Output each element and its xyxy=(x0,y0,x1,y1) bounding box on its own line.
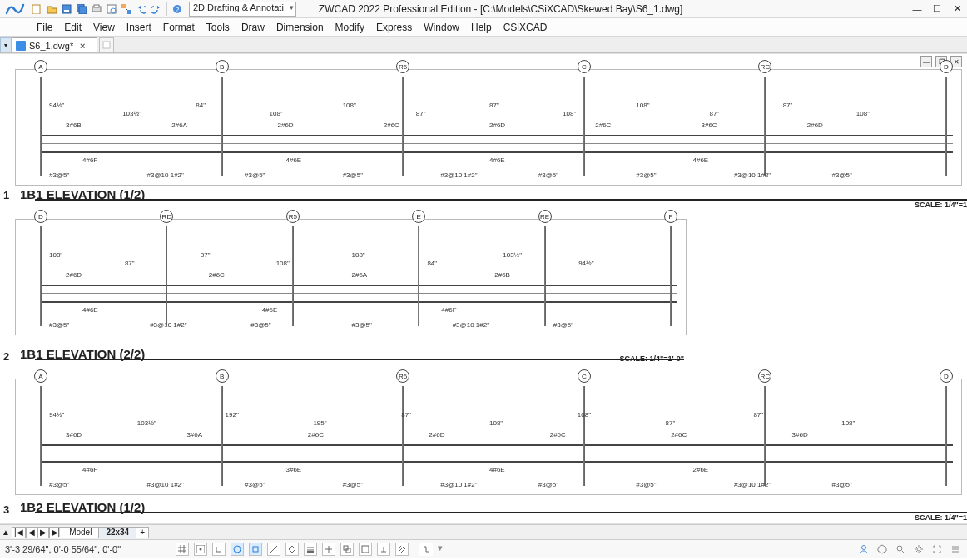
menu-edit[interactable]: Edit xyxy=(64,22,82,33)
elevation-panel-3: ABR6CRCD94½"103½"192"195"87"108"108"87"8… xyxy=(15,379,962,495)
dim-label: 94½" xyxy=(49,102,64,109)
menu-csixcad[interactable]: CSiXCAD xyxy=(503,22,548,33)
dropdown-icon[interactable]: ▾ xyxy=(438,543,443,556)
layout-add-icon[interactable]: + xyxy=(136,527,149,538)
section-spacing: #3@10 1#2" xyxy=(150,321,186,329)
lwt-toggle-icon[interactable] xyxy=(304,543,317,556)
grid-bubble: D xyxy=(940,369,953,383)
plot-icon[interactable] xyxy=(90,2,103,16)
dim-label: 87" xyxy=(710,110,720,117)
drawing-area[interactable]: — ❐ ✕ ABR6CRCD94½"103½"84"108"108"87"87"… xyxy=(0,53,967,524)
layout-nav-next[interactable]: ▶ xyxy=(37,527,49,538)
grid-bubble: B xyxy=(216,369,229,383)
polar-toggle-icon[interactable] xyxy=(231,543,244,556)
panel-index: 1 xyxy=(3,189,9,201)
otrack-toggle-icon[interactable] xyxy=(267,543,280,556)
save-icon[interactable] xyxy=(60,2,73,16)
menu-file[interactable]: File xyxy=(37,22,52,33)
match-prop-icon[interactable] xyxy=(120,2,133,16)
new-tab-icon[interactable] xyxy=(99,37,114,52)
gridline xyxy=(402,386,404,486)
tab-pin-icon[interactable]: ▾ xyxy=(0,37,12,52)
grid-bubble: RD xyxy=(160,210,173,223)
svg-point-21 xyxy=(862,545,866,549)
svg-point-16 xyxy=(234,546,241,553)
rebar-callout: 2#6C xyxy=(209,271,225,279)
dim-label: 87" xyxy=(753,411,763,419)
dim-label: 108" xyxy=(489,419,503,427)
dim-label: 94½" xyxy=(49,411,64,419)
print-preview-icon[interactable] xyxy=(105,2,118,16)
close-icon[interactable]: ✕ xyxy=(950,2,964,16)
rebar-callout: 2#6C xyxy=(671,431,687,439)
new-icon[interactable] xyxy=(30,2,43,16)
saveall-icon[interactable] xyxy=(75,2,88,16)
mdi-minimize-icon[interactable]: — xyxy=(920,56,932,67)
user-icon[interactable] xyxy=(857,543,870,556)
bottom-rebar: 4#6F xyxy=(441,306,456,314)
dim-label: 87" xyxy=(666,419,676,427)
maximize-icon[interactable]: ☐ xyxy=(930,2,944,16)
gridline xyxy=(221,77,223,176)
bottom-rebar: 4#6E xyxy=(262,306,278,314)
grid-toggle-icon[interactable] xyxy=(176,543,189,556)
window-title: ZWCAD 2022 Professional Edition - [C:\Mo… xyxy=(319,3,910,15)
document-tab-label: S6_1.dwg* xyxy=(29,41,73,51)
menu-format[interactable]: Format xyxy=(163,22,195,33)
isoview-icon[interactable] xyxy=(875,543,889,556)
model-toggle-icon[interactable] xyxy=(359,543,372,556)
minimize-icon[interactable]: — xyxy=(910,2,924,16)
gear-icon[interactable] xyxy=(912,543,925,556)
menu-tools[interactable]: Tools xyxy=(206,22,230,33)
menu-help[interactable]: Help xyxy=(471,22,492,33)
section-spacing: #3@5" xyxy=(343,481,363,488)
menu-modify[interactable]: Modify xyxy=(335,22,364,33)
expand-toggle-icon[interactable] xyxy=(419,543,433,556)
bottom-rebar: 4#6E xyxy=(489,156,505,164)
search-icon[interactable] xyxy=(894,543,907,556)
ortho-toggle-icon[interactable] xyxy=(212,543,226,556)
hatch-toggle-icon[interactable] xyxy=(395,543,409,556)
rebar-callout: 3#6C xyxy=(702,121,717,129)
document-tab[interactable]: S6_1.dwg* × xyxy=(12,37,97,52)
window-controls: — ☐ ✕ xyxy=(910,2,964,16)
menu-express[interactable]: Express xyxy=(376,22,412,33)
menu-dimension[interactable]: Dimension xyxy=(276,22,324,33)
menu-icon[interactable] xyxy=(949,543,962,556)
anno-toggle-icon[interactable] xyxy=(377,543,390,556)
layout-nav-last[interactable]: ▶| xyxy=(49,527,63,538)
layout-scroll-up-icon[interactable]: ▲ xyxy=(2,528,10,537)
menu-window[interactable]: Window xyxy=(424,22,459,33)
layout-tab-model[interactable]: Model xyxy=(62,527,99,538)
layout-nav-first[interactable]: |◀ xyxy=(12,527,26,538)
layout-nav-prev[interactable]: ◀ xyxy=(26,527,37,538)
grid-bubble: C xyxy=(578,369,591,383)
cycle-toggle-icon[interactable] xyxy=(340,543,354,556)
gridline xyxy=(40,226,42,326)
dim-label: 87" xyxy=(416,110,426,117)
dyninput-toggle-icon[interactable] xyxy=(322,543,335,556)
fullscreen-icon[interactable] xyxy=(930,543,944,556)
snap-toggle-icon[interactable] xyxy=(194,543,207,556)
dim-label: 192" xyxy=(226,411,239,419)
tab-close-icon[interactable]: × xyxy=(77,40,88,52)
dyn-toggle-icon[interactable] xyxy=(285,543,299,556)
grid-bubble: R6 xyxy=(396,369,409,383)
redo-icon[interactable] xyxy=(150,2,163,16)
bottom-rebar: 4#6F xyxy=(82,466,97,473)
svg-point-22 xyxy=(897,546,902,551)
status-bar: 3'-3 29/64", 0'-0 55/64", 0'-0" ▾ xyxy=(0,539,967,558)
menu-view[interactable]: View xyxy=(93,22,115,33)
layout-tab-active[interactable]: 22x34 xyxy=(98,527,136,538)
open-icon[interactable] xyxy=(45,2,58,16)
rebar-callout: 2#6A xyxy=(171,121,187,129)
svg-rect-17 xyxy=(253,547,258,552)
osnap-toggle-icon[interactable] xyxy=(249,543,262,556)
undo-icon[interactable] xyxy=(135,2,148,16)
workspace-selector[interactable]: 2D Drafting & Annotati xyxy=(189,2,296,17)
panel-scale: SCALE: 1/4"=1 xyxy=(915,513,967,522)
menu-draw[interactable]: Draw xyxy=(241,22,265,33)
gridline xyxy=(764,386,766,486)
menu-insert[interactable]: Insert xyxy=(126,22,151,33)
help-icon[interactable]: ? xyxy=(171,2,184,16)
